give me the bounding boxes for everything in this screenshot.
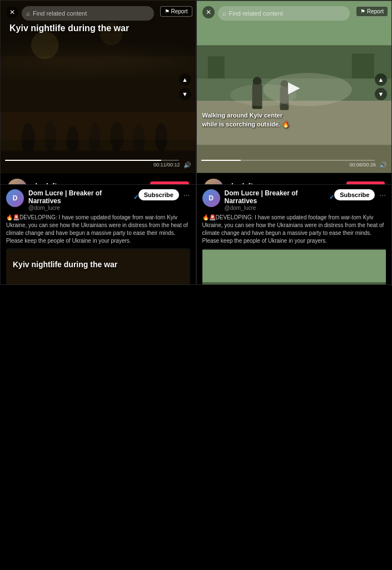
comment-user-left-2: D Dom Lucre | Breaker of Narratives ✓ @d… [202,189,335,211]
video-area-2: Walking around Kyiv centerwhile is scorc… [197,1,392,173]
post-info-2: zhadyftw Edward · 8-4 Follow Walking aro… [197,173,392,184]
svg-rect-37 [202,250,386,285]
search-input-1[interactable] [33,10,150,17]
post-info-1: zhadyftw Edward · 8-6 Follow Kyiv nightl… [1,173,196,184]
panel-2: Walking around Kyiv centerwhile is scorc… [196,0,393,285]
user-left-2: zhadyftw Edward · 8-4 [204,179,262,184]
video-overlay-2: Walking around Kyiv centerwhile is scorc… [202,111,386,129]
comment-user-info-1: Dom Lucre | Breaker of Narratives ✓ @dom… [28,189,138,211]
svg-rect-27 [351,53,374,78]
video-title-1: Kyiv nightlife during the war [9,23,129,35]
comment-user-left-1: D Dom Lucre | Breaker of Narratives ✓ @d… [6,189,138,211]
comment-handle-1: @dom_lucre [28,205,138,211]
avatar-2[interactable] [204,179,224,184]
search-bar-1[interactable]: ⌕ [22,6,154,21]
avatar-1[interactable] [7,179,27,184]
svg-rect-26 [207,56,224,78]
close-button-1[interactable]: ✕ [6,6,18,18]
svg-point-2 [31,31,59,59]
nav-down-1[interactable]: ▼ [179,88,191,100]
comment-user-info-2: Dom Lucre | Breaker of Narratives ✓ @dom… [225,189,335,211]
nav-up-2[interactable]: ▲ [375,73,387,86]
more-button-1[interactable]: ··· [183,190,190,199]
user-row-1: zhadyftw Edward · 8-6 Follow [7,179,189,184]
comment-handle-2: @dom_lucre [225,205,335,211]
comment-user-row-1: D Dom Lucre | Breaker of Narratives ✓ @d… [6,189,190,211]
svg-point-35 [230,84,296,106]
subscribe-button-2[interactable]: Subscribe [334,189,375,200]
verified-icon-2: ✓ [329,194,334,201]
comment-avatar-2[interactable]: D [202,189,220,207]
time-display-1: 00:11/00:12 [153,162,180,168]
volume-icon-1[interactable]: 🔊 [183,161,191,169]
embedded-video-title-1: Kyiv nightlife during the war [13,259,117,269]
progress-bar-1[interactable] [5,160,179,161]
search-bar-2[interactable]: ⌕ [218,6,350,21]
comment-avatar-1[interactable]: D [6,189,24,207]
play-icon-center-2[interactable]: ▶ [288,78,300,96]
time-display-2: 00:06/00:26 [349,162,376,168]
svg-rect-12 [1,56,196,139]
report-button-2[interactable]: ⚑ Report [356,6,388,17]
nav-arrows-2: ▲ ▼ [375,73,387,100]
svg-rect-29 [197,145,392,173]
nav-down-2[interactable]: ▼ [375,88,387,100]
comment-user-row-2: D Dom Lucre | Breaker of Narratives ✓ @d… [202,189,386,211]
search-input-2[interactable] [229,10,346,17]
comment-text-2: 🔥🚨DEVELOPING: I have some updated footag… [202,214,386,245]
comment-section-1: D Dom Lucre | Breaker of Narratives ✓ @d… [1,184,196,285]
user-left-1: zhadyftw Edward · 8-6 [7,179,66,184]
embedded-video-2[interactable]: @dom_lucre Walking around Kyiv centerwhi… [202,248,386,285]
nav-arrows-1: ▲ ▼ [179,73,191,100]
comment-section-2: D Dom Lucre | Breaker of Narratives ✓ @d… [197,184,392,285]
volume-icon-2[interactable]: 🔊 [379,161,387,169]
verified-icon-1: ✓ [133,194,138,201]
user-row-2: zhadyftw Edward · 8-4 Follow [204,179,385,184]
report-button-1[interactable]: ⚑ Report [160,6,192,17]
more-button-2[interactable]: ··· [379,190,386,199]
comment-name-2: Dom Lucre | Breaker of Narratives ✓ [225,189,335,205]
nav-up-1[interactable]: ▲ [179,73,191,86]
svg-rect-38 [202,282,386,285]
comment-name-1: Dom Lucre | Breaker of Narratives ✓ [28,189,138,205]
close-button-2[interactable]: ✕ [202,6,215,18]
subscribe-button-1[interactable]: Subscribe [138,189,179,200]
panel-1: ✕ ⌕ ⚑ Report Kyiv nightlife during the w… [0,0,196,285]
comment-text-1: 🔥🚨DEVELOPING: I have some updated footag… [6,214,190,245]
progress-bar-2[interactable] [201,160,375,161]
embedded-video-1[interactable]: Kyiv nightlife during the war @dom_lucre… [6,248,190,285]
video-area-1: ✕ ⌕ ⚑ Report Kyiv nightlife during the w… [1,1,196,173]
